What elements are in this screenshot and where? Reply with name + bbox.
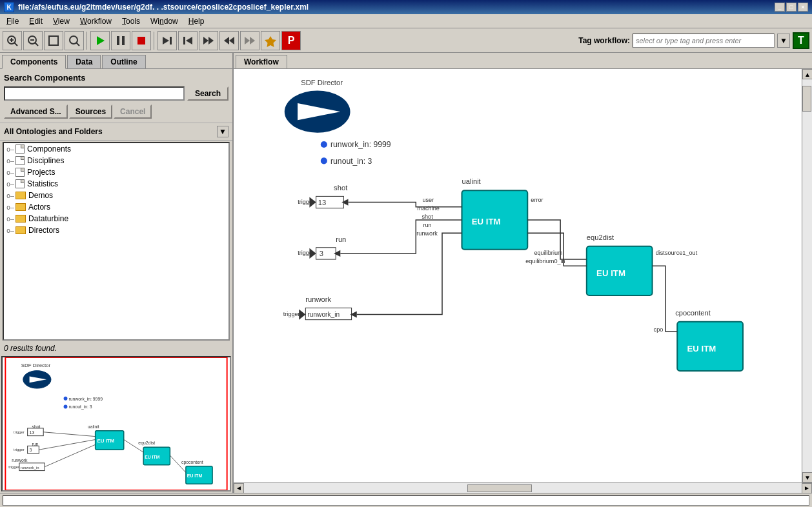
doc-icon [15, 179, 25, 188]
tree-container[interactable]: o— Components o— Disciplines o— Projects… [3, 142, 230, 341]
zoom-in-button[interactable] [3, 31, 22, 50]
stop-button[interactable] [132, 31, 151, 50]
menu-tools[interactable]: Tools [118, 15, 144, 27]
runwork-trigger-label: trigger [283, 311, 300, 317]
pause-button[interactable] [111, 31, 130, 50]
scroll-right-button[interactable]: ► [802, 483, 812, 493]
svg-text:runwork: runwork [12, 458, 28, 462]
svg-marker-18 [186, 37, 192, 45]
run-value: 3 [320, 250, 323, 257]
tree-item-actors[interactable]: o— Actors [4, 201, 228, 213]
folder-icon [15, 215, 26, 223]
tab-outline[interactable]: Outline [102, 55, 145, 68]
shot-value: 13 [318, 199, 326, 206]
svg-rect-15 [137, 37, 145, 45]
cpocontent-eu-itm-label: EU ITM [687, 344, 716, 353]
sources-button[interactable]: Sources [69, 104, 112, 119]
runwork-in-label: runwork_in: 9999 [330, 140, 391, 149]
zoom-out-button[interactable] [23, 31, 43, 50]
tree-item-statistics[interactable]: o— Statistics [4, 178, 228, 190]
doc-icon [15, 144, 25, 154]
left-panel: Components Data Outline Search Component… [0, 53, 234, 493]
runout-in-dot [321, 157, 327, 164]
step-forward-button[interactable] [157, 31, 177, 50]
scroll-down-button[interactable]: ▼ [802, 472, 812, 482]
tag-dropdown-button[interactable]: ▼ [777, 34, 790, 48]
search-input[interactable] [4, 86, 185, 101]
step-back-button[interactable] [178, 31, 198, 50]
svg-point-34 [64, 405, 68, 409]
tree-label-directors: Directors [28, 226, 59, 235]
ualinit-run-label: run [423, 222, 431, 228]
tree-item-projects[interactable]: o— Projects [4, 166, 228, 178]
tree-item-directors[interactable]: o— Directors [4, 224, 228, 236]
svg-text:trigger: trigger [14, 448, 25, 452]
tag-T-button[interactable]: T [793, 32, 809, 49]
skip-button[interactable] [240, 31, 259, 50]
svg-marker-26 [265, 36, 276, 47]
tree-item-dataturbine[interactable]: o— Dataturbine [4, 213, 228, 224]
search-button[interactable]: Search [187, 86, 228, 101]
scroll-track[interactable] [802, 79, 812, 472]
menu-window[interactable]: Window [147, 15, 182, 27]
run-button[interactable] [90, 31, 110, 50]
fit-page-button[interactable] [44, 31, 63, 50]
svg-line-5 [35, 43, 38, 46]
tree-label-actors: Actors [28, 203, 50, 212]
menu-workflow[interactable]: Workflow [76, 15, 116, 27]
equ2dist-eu-itm-label: EU ITM [596, 268, 625, 278]
right-panel: Workflow SDF Director runwork_in: 9999 r… [234, 53, 812, 493]
svg-marker-21 [208, 37, 214, 45]
menu-file[interactable]: File [3, 15, 23, 27]
svg-marker-22 [229, 37, 234, 45]
zoom-reset-button[interactable] [65, 31, 84, 50]
bottom-scroll-thumb[interactable] [467, 484, 532, 492]
maximize-button[interactable]: □ [786, 3, 797, 12]
sdf-director-label: SDF Director [301, 79, 343, 86]
record-button[interactable]: P [281, 31, 301, 50]
tab-components[interactable]: Components [2, 55, 66, 69]
tree-item-demos[interactable]: o— Demos [4, 190, 228, 201]
bottom-scroll-track[interactable] [244, 483, 802, 493]
svg-text:3: 3 [30, 448, 32, 452]
tag-workflow-input[interactable] [633, 34, 775, 48]
toolbar: P Tag workflow: ▼ T [0, 28, 812, 53]
title-bar: K file:/afs/eufus.eu/g2itmdev/user/g2df.… [0, 0, 812, 14]
rewind-button[interactable] [219, 31, 239, 50]
ontologies-row[interactable]: All Ontologies and Folders ▼ [0, 123, 232, 141]
svg-marker-16 [163, 37, 169, 45]
cancel-button[interactable]: Cancel [114, 104, 152, 119]
tab-data[interactable]: Data [67, 55, 101, 68]
minimize-button[interactable]: _ [775, 3, 785, 12]
tag-workflow-label: Tag workflow: [578, 36, 630, 45]
search-title: Search Components [4, 73, 228, 83]
workflow-canvas[interactable]: SDF Director runwork_in: 9999 runout_in:… [234, 69, 802, 482]
tree-item-components[interactable]: o— Components [4, 143, 228, 155]
menu-view[interactable]: View [49, 15, 74, 27]
bookmark-button[interactable] [261, 31, 280, 50]
tab-workflow[interactable]: Workflow [236, 55, 287, 68]
menu-help[interactable]: Help [185, 15, 208, 27]
advanced-search-button[interactable]: Advanced S... [4, 104, 68, 119]
scroll-thumb[interactable] [802, 86, 811, 112]
equ2dist-distsource-label: distsource1_out [656, 250, 698, 256]
runwork-title-label: runwork [305, 295, 331, 303]
run-to-ualinit-line [340, 220, 462, 254]
svg-text:13: 13 [30, 430, 35, 435]
svg-line-11 [76, 43, 79, 46]
ualinit-eu-itm-label: EU ITM [472, 217, 501, 226]
tree-item-disciplines[interactable]: o— Disciplines [4, 155, 228, 166]
svg-text:trigger: trigger [14, 430, 25, 434]
ontologies-dropdown-button[interactable]: ▼ [217, 126, 228, 137]
ualinit-title-label: ualinit [462, 177, 482, 185]
window-controls[interactable]: _ □ × [775, 3, 808, 12]
tree-label-projects: Projects [27, 168, 55, 177]
menu-bar: File Edit View Workflow Tools Window Hel… [0, 14, 812, 28]
scroll-left-button[interactable]: ◄ [234, 483, 244, 493]
close-button[interactable]: × [798, 3, 808, 12]
fast-forward-button[interactable] [199, 31, 218, 50]
status-field [3, 495, 809, 506]
scroll-up-button[interactable]: ▲ [802, 69, 812, 79]
menu-edit[interactable]: Edit [25, 15, 46, 27]
window-title: file:/afs/eufus.eu/g2itmdev/user/g2df. .… [18, 3, 775, 12]
